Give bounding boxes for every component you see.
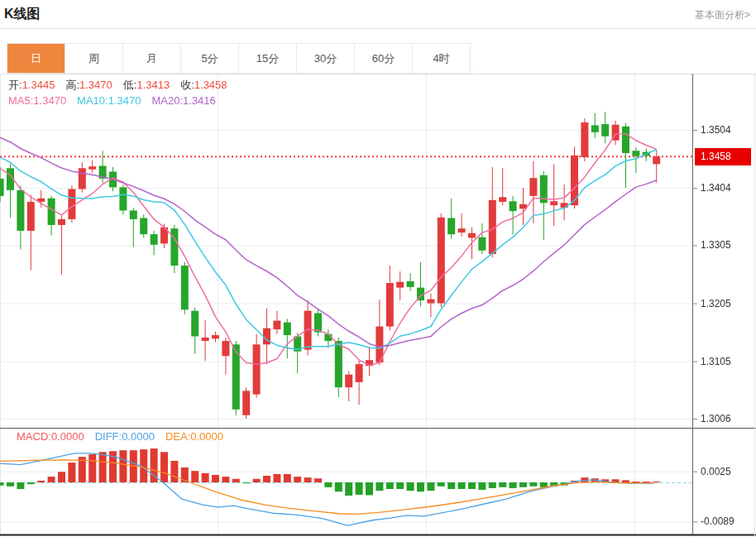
page-title: K线图: [4, 6, 41, 23]
tab-4时[interactable]: 4时: [413, 44, 470, 73]
info-value: 1.3416: [183, 94, 216, 107]
axis-label: 1.3205: [701, 297, 754, 310]
ohlc-info: 开:1.3445高:1.3470低:1.3413收:1.3458: [8, 78, 238, 93]
current-price-tag: 1.3458: [695, 148, 751, 165]
title-divider: [0, 28, 756, 29]
axis-label: 0.0025: [701, 465, 754, 478]
macd-info: MACD:0.0000DIFF:0.0000DEA:0.0000: [17, 430, 234, 443]
axis-label: -0.0089: [701, 515, 754, 528]
tab-5分[interactable]: 5分: [181, 44, 239, 73]
info-value: 0.0000: [51, 430, 84, 443]
axis-label: 1.3305: [701, 238, 754, 252]
info-value: 1.3458: [194, 79, 227, 91]
tab-月[interactable]: 月: [123, 44, 181, 73]
tab-周[interactable]: 周: [65, 44, 123, 73]
info-value: 0.0000: [190, 430, 223, 443]
tab-15分[interactable]: 15分: [239, 44, 297, 73]
info-label: MA5:: [8, 94, 33, 107]
info-value: 1.3470: [33, 94, 66, 107]
info-label: 高:: [65, 79, 79, 91]
info-label: 收:: [180, 79, 194, 91]
axis-label: 1.3404: [701, 181, 754, 194]
candlestick-chart-canvas[interactable]: [0, 74, 756, 537]
ma-info: MA5:1.3470MA10:1.3470MA20:1.3416: [8, 94, 227, 107]
info-label: DIFF:: [95, 430, 122, 443]
info-label: MACD:: [17, 430, 51, 443]
axis-label: 1.3006: [701, 412, 754, 425]
tab-bar: 日周月5分15分30分60分4时: [7, 43, 471, 74]
info-label: 开:: [8, 79, 22, 91]
panel-right-border: [754, 74, 755, 537]
info-value: 1.3445: [22, 79, 55, 91]
kline-chart-area: 开:1.3445高:1.3470低:1.3413收:1.3458 MA5:1.3…: [0, 74, 756, 537]
axis-label: 1.3504: [701, 123, 754, 137]
axis-label: 1.3105: [701, 355, 754, 368]
info-label: MA20:: [151, 94, 183, 107]
info-label: DEA:: [165, 430, 190, 443]
info-value: 1.3470: [108, 94, 141, 107]
tab-日[interactable]: 日: [7, 44, 65, 73]
info-label: MA10:: [77, 94, 108, 107]
info-value: 1.3413: [136, 79, 170, 91]
tab-30分[interactable]: 30分: [297, 44, 355, 73]
info-value: 0.0000: [122, 430, 155, 443]
tab-60分[interactable]: 60分: [355, 44, 413, 73]
info-value: 1.3470: [79, 79, 112, 91]
fundamental-analysis-link[interactable]: 基本面分析>: [695, 8, 750, 22]
info-label: 低:: [123, 79, 137, 91]
